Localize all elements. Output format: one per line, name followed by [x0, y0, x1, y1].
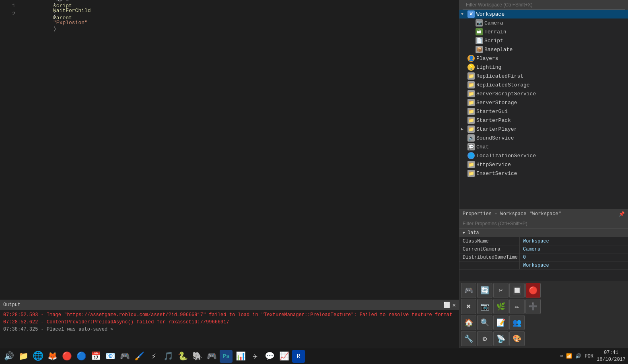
tree-item-baseplate[interactable]: 📦 Baseplate — [459, 45, 628, 54]
toolbar-btn-2[interactable]: 🔄 — [477, 283, 492, 298]
http-icon: 📁 — [467, 161, 475, 168]
prop-section-data[interactable]: ▼ Data — [459, 228, 628, 237]
camera-label: Camera — [484, 20, 503, 26]
starter-player-label: StarterPlayer — [476, 126, 517, 132]
tree-item-players[interactable]: 👤 Players — [459, 54, 628, 63]
output-line-2: 07:28:52.622 - ContentProvider:PreloadAs… — [3, 319, 456, 326]
explorer-tree[interactable]: ▼ W Workspace 📷 Camera 🏔 Terrain — [459, 10, 628, 209]
toolbar-btn-11[interactable]: 🏠 — [461, 315, 476, 330]
toolbar-btn-10[interactable]: ➕ — [525, 299, 541, 314]
code-line-2: 2 sp : WaitForChild ( "Explosion" ) — [0, 10, 459, 18]
code-editor: 1 local sp = script . Parent 2 sp : Wait… — [0, 0, 459, 348]
toolbar-btn-3[interactable]: ✂️ — [493, 283, 509, 298]
taskbar-app2[interactable]: 📧 — [104, 350, 117, 363]
tree-item-terrain[interactable]: 🏔 Terrain — [459, 27, 628, 36]
chat-label: Chat — [476, 144, 489, 150]
toolbar-btn-5[interactable]: 🔴 — [525, 283, 541, 298]
tree-item-replicated-storage[interactable]: 📁 ReplicatedStorage — [459, 80, 628, 89]
taskbar-ps[interactable]: Ps — [220, 350, 233, 363]
taskbar-network-icon: 📶 — [566, 353, 572, 359]
taskbar-date-value: 16/10/2017 — [597, 356, 626, 363]
taskbar-app6[interactable]: 🐍 — [176, 350, 189, 363]
taskbar-keyboard-icon: ⌨️ — [560, 353, 563, 359]
toolbar-btn-16[interactable]: ⚙️ — [477, 331, 492, 346]
toolbar-btn-14[interactable]: 👥 — [509, 315, 525, 330]
output-line-1: 07:28:52.593 - Image "https://assetgame.… — [3, 311, 456, 319]
tree-item-workspace[interactable]: ▼ W Workspace — [459, 10, 628, 19]
workspace-label: Workspace — [476, 11, 504, 17]
prop-value-workspace-label: Workspace — [520, 261, 628, 269]
prop-row-distributed-game-time: DistributedGameTime 0 — [459, 253, 628, 261]
server-script-icon: 📁 — [467, 90, 475, 97]
output-maximize-icon[interactable]: ⬜ — [443, 302, 450, 308]
properties-pin-icon[interactable]: 📌 — [619, 211, 625, 217]
taskbar-ie[interactable]: 🔵 — [75, 350, 88, 363]
taskbar-app5[interactable]: 🎵 — [162, 350, 175, 363]
taskbar-roblox2[interactable]: R — [292, 350, 305, 363]
code-paren-open: ( — [53, 14, 56, 20]
toolbar-btn-7[interactable]: 📷 — [477, 299, 492, 314]
toolbar-row-4: 🔧 ⚙️ 📡 🎨 — [461, 331, 626, 346]
workspace-icon: W — [467, 10, 475, 18]
players-icon: 👤 — [467, 55, 475, 62]
taskbar-roblox[interactable]: 🎮 — [205, 350, 218, 363]
taskbar-blender[interactable]: ⚡ — [147, 350, 160, 363]
taskbar-chrome[interactable]: 🌐 — [31, 350, 44, 363]
tree-item-sound-service[interactable]: 🔊 SoundService — [459, 134, 628, 142]
taskbar-app8[interactable]: 📊 — [234, 350, 247, 363]
starter-pack-icon: 📁 — [467, 117, 475, 124]
code-paren-close: ) — [53, 26, 56, 32]
taskbar-opera[interactable]: 🔴 — [60, 350, 73, 363]
toolbar-btn-9[interactable]: ✏️ — [509, 299, 525, 314]
insert-icon: 📁 — [467, 170, 475, 177]
taskbar-app1[interactable]: 📅 — [89, 350, 102, 363]
toolbar-btn-12[interactable]: 🔍 — [477, 315, 492, 330]
prop-name-distributed-game-time: DistributedGameTime — [459, 253, 520, 261]
lighting-label: Lighting — [476, 64, 501, 70]
tree-item-localization[interactable]: 🌐 LocalizationService — [459, 151, 628, 160]
tree-item-starter-pack[interactable]: 📁 StarterPack — [459, 116, 628, 125]
properties-search[interactable] — [459, 219, 628, 228]
tree-item-replicated-first[interactable]: 📁 ReplicatedFirst — [459, 72, 628, 80]
toolbar-btn-15[interactable]: 🔧 — [461, 331, 476, 346]
sound-service-label: SoundService — [476, 135, 514, 141]
taskbar-explorer[interactable]: 📁 — [17, 350, 30, 363]
tree-item-camera[interactable]: 📷 Camera — [459, 19, 628, 27]
output-panel: Output ⬜ ✕ 07:28:52.593 - Image "https:/… — [0, 300, 459, 348]
explorer-search[interactable] — [463, 0, 625, 10]
toolbar-btn-18[interactable]: 🎨 — [509, 331, 525, 346]
tree-item-insert[interactable]: 📁 InsertService — [459, 169, 628, 178]
code-colon: : — [53, 2, 56, 8]
workspace-arrow: ▼ — [461, 12, 467, 16]
taskbar: 🔊 📁 🌐 🦊 🔴 🔵 📅 📧 🎮 🖌️ ⚡ 🎵 🐍 🐘 🎮 Ps 📊 ✈️ 💬… — [0, 348, 628, 364]
tree-item-starter-player[interactable]: ▶ 📁 StarterPlayer — [459, 125, 628, 134]
tree-item-script[interactable]: 📄 Script — [459, 36, 628, 45]
camera-icon: 📷 — [476, 19, 483, 27]
output-line-3: 07:38:47.325 - Place1 was auto-saved ✎ — [3, 326, 456, 333]
tree-item-chat[interactable]: 💬 Chat — [459, 142, 628, 151]
taskbar-app10[interactable]: 💬 — [263, 350, 276, 363]
tree-item-server-storage[interactable]: 📁 ServerStorage — [459, 98, 628, 107]
output-close-icon[interactable]: ✕ — [453, 302, 456, 308]
taskbar-app11[interactable]: 📈 — [278, 350, 290, 363]
taskbar-start[interactable]: 🔊 — [2, 350, 15, 363]
tree-item-lighting[interactable]: 💡 Lighting — [459, 63, 628, 72]
toolbar-btn-6[interactable]: ✖️ — [461, 299, 476, 314]
toolbar-btn-13[interactable]: 📝 — [493, 315, 509, 330]
http-label: HttpService — [476, 162, 511, 168]
tree-item-server-script[interactable]: 📁 ServerScriptService — [459, 89, 628, 98]
taskbar-app7[interactable]: 🐘 — [191, 350, 204, 363]
toolbar-btn-8[interactable]: 🌿 — [493, 299, 509, 314]
taskbar-app9[interactable]: ✈️ — [249, 350, 261, 363]
taskbar-firefox[interactable]: 🦊 — [46, 350, 59, 363]
toolbar-btn-4[interactable]: 🔲 — [509, 283, 525, 298]
taskbar-app3[interactable]: 🎮 — [118, 350, 131, 363]
server-script-label: ServerScriptService — [476, 91, 536, 97]
tree-item-http[interactable]: 📁 HttpService — [459, 160, 628, 169]
tree-item-starter-gui[interactable]: 📁 StarterGui — [459, 107, 628, 116]
toolbar-btn-1[interactable]: 🎮 — [461, 283, 476, 298]
toolbar-btn-17[interactable]: 📡 — [493, 331, 509, 346]
chat-icon: 💬 — [467, 143, 475, 150]
taskbar-app4[interactable]: 🖌️ — [133, 350, 146, 363]
replicated-first-label: ReplicatedFirst — [476, 73, 523, 79]
